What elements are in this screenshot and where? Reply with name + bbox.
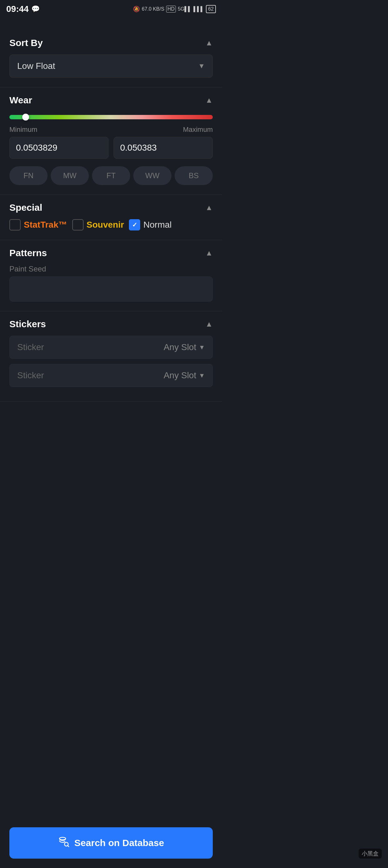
mute-icon: 🔕	[133, 6, 140, 12]
search-database-icon	[58, 836, 69, 850]
maximum-label: Maximum	[183, 126, 213, 134]
wear-mw-button[interactable]: MW	[51, 166, 89, 185]
stattrak-label: StatTrak™	[24, 220, 67, 230]
signal-5g: 5G▌▌	[178, 6, 192, 12]
signal-alt: ▌▌▌	[193, 6, 204, 12]
svg-line-2	[68, 846, 69, 847]
normal-label: Normal	[143, 220, 171, 230]
wear-bs-button[interactable]: BS	[174, 166, 213, 185]
patterns-body: Paint Seed	[0, 265, 222, 311]
hd-badge: HD	[166, 6, 176, 12]
special-title: Special	[9, 202, 42, 213]
time-display: 09:44	[6, 4, 29, 14]
normal-checkbox[interactable]: ✓	[129, 219, 140, 230]
wear-inputs: 0.0503829 0.050383	[9, 137, 213, 159]
special-header[interactable]: Special ▲	[0, 195, 222, 219]
souvenir-label: Souvenir	[87, 220, 124, 230]
paint-seed-label: Paint Seed	[9, 265, 213, 273]
wechat-icon: 💬	[31, 5, 40, 13]
sort-by-dropdown[interactable]: Low Float ▼	[9, 55, 213, 78]
minimum-input[interactable]: 0.0503829	[9, 137, 108, 159]
maximum-input[interactable]: 0.050383	[114, 137, 213, 159]
sticker-2-slot-label: Any Slot	[164, 370, 196, 380]
sticker-1-slot-label: Any Slot	[164, 342, 196, 352]
wear-conditions: FN MW FT WW BS	[9, 166, 213, 185]
sort-by-selected-value: Low Float	[17, 61, 55, 71]
wear-body: Minimum Maximum 0.0503829 0.050383 FN MW…	[0, 115, 222, 194]
speed-display: 67.0 KB/S	[142, 6, 164, 12]
special-checkboxes: StatTrak™ Souvenir ✓ Normal	[9, 219, 213, 230]
special-body: StatTrak™ Souvenir ✓ Normal	[0, 219, 222, 240]
dropdown-arrow-icon: ▼	[198, 62, 205, 70]
stickers-body: Sticker Any Slot ▼ Sticker Any Slot ▼	[0, 336, 222, 401]
wear-chevron-icon: ▲	[205, 96, 213, 104]
patterns-title: Patterns	[9, 248, 47, 258]
sort-by-section: Sort By ▲ Low Float ▼	[0, 30, 222, 87]
wear-slider-track[interactable]	[9, 115, 213, 119]
wear-title: Wear	[9, 95, 32, 105]
minimum-label: Minimum	[9, 126, 37, 134]
status-bar: 09:44 💬 🔕 67.0 KB/S HD 5G▌▌ ▌▌▌ 62	[0, 0, 222, 18]
normal-item: ✓ Normal	[129, 219, 171, 230]
sort-by-chevron-icon: ▲	[205, 38, 213, 47]
wear-slider-container	[9, 115, 213, 119]
sticker-2-slot-arrow-icon: ▼	[199, 372, 205, 379]
wear-ft-button[interactable]: FT	[92, 166, 130, 185]
wear-slider-thumb[interactable]	[22, 114, 29, 121]
sort-by-title: Sort By	[9, 38, 43, 48]
wear-section: Wear ▲ Minimum Maximum 0.0503829 0.05038…	[0, 87, 222, 195]
paint-seed-input[interactable]	[9, 277, 213, 302]
wear-fn-button[interactable]: FN	[9, 166, 47, 185]
patterns-header[interactable]: Patterns ▲	[0, 240, 222, 265]
status-left: 09:44 💬	[6, 4, 40, 14]
stickers-section: Stickers ▲ Sticker Any Slot ▼ Sticker An…	[0, 311, 222, 402]
patterns-section: Patterns ▲ Paint Seed	[0, 240, 222, 311]
sticker-2-placeholder: Sticker	[17, 370, 44, 380]
souvenir-checkbox[interactable]	[72, 219, 84, 230]
sort-by-body: Low Float ▼	[0, 55, 222, 87]
sticker-1-placeholder: Sticker	[17, 342, 44, 352]
wear-labels: Minimum Maximum	[9, 126, 213, 134]
stickers-title: Stickers	[9, 319, 46, 330]
checkmark-icon: ✓	[132, 221, 137, 228]
special-chevron-icon: ▲	[205, 203, 213, 212]
stattrak-checkbox[interactable]	[9, 219, 21, 230]
souvenir-item: Souvenir	[72, 219, 124, 230]
sticker-1-slot: Any Slot ▼	[164, 342, 205, 352]
patterns-chevron-icon: ▲	[205, 249, 213, 257]
stattrak-item: StatTrak™	[9, 219, 67, 230]
status-right: 🔕 67.0 KB/S HD 5G▌▌ ▌▌▌ 62	[133, 5, 216, 13]
sort-by-header[interactable]: Sort By ▲	[0, 30, 222, 55]
wear-header[interactable]: Wear ▲	[0, 87, 222, 112]
search-btn-container: Search on Database	[0, 822, 222, 868]
main-content: Sort By ▲ Low Float ▼ Wear ▲ Minimum Max…	[0, 18, 222, 449]
svg-point-0	[60, 837, 66, 840]
battery-indicator: 62	[206, 5, 216, 13]
stickers-header[interactable]: Stickers ▲	[0, 311, 222, 336]
search-database-button[interactable]: Search on Database	[9, 827, 213, 859]
sticker-1-slot-arrow-icon: ▼	[199, 344, 205, 351]
special-section: Special ▲ StatTrak™ Souvenir ✓	[0, 195, 222, 240]
wear-ww-button[interactable]: WW	[133, 166, 171, 185]
sticker-row-2[interactable]: Sticker Any Slot ▼	[9, 364, 213, 387]
sticker-2-slot: Any Slot ▼	[164, 370, 205, 380]
search-database-label: Search on Database	[74, 838, 164, 848]
sticker-row-1[interactable]: Sticker Any Slot ▼	[9, 336, 213, 359]
stickers-chevron-icon: ▲	[205, 320, 213, 329]
